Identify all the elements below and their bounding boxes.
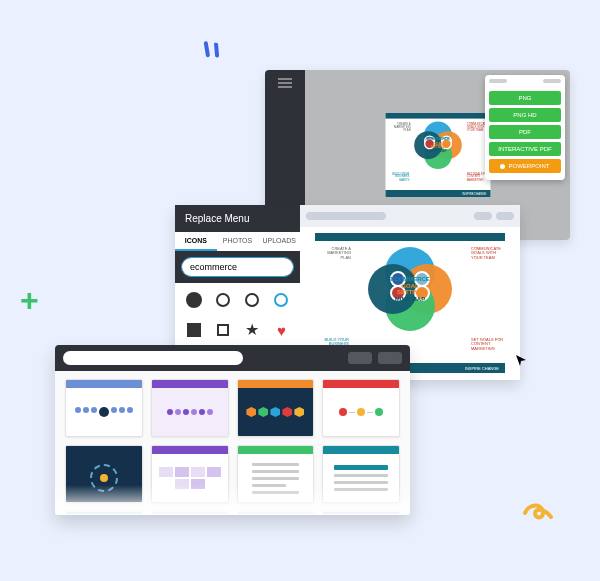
gallery-search-input[interactable]	[63, 351, 243, 365]
replace-menu-tabs: ICONS PHOTOS UPLOADS	[175, 232, 300, 251]
label-br: SET GOALS FOR CONTENT MARKETING	[471, 338, 505, 351]
tab-uploads[interactable]: UPLOADS	[258, 232, 300, 251]
label-bl: BUILD YOUR BUSINESS HABITS	[385, 172, 409, 181]
search-input[interactable]	[182, 258, 294, 276]
center-l1: ECOMMERCE	[385, 276, 435, 283]
decorative-plus-icon: +	[20, 282, 39, 319]
result-circle-filled[interactable]	[181, 287, 206, 313]
icon-search	[181, 257, 294, 277]
export-option-pdf[interactable]: PDF	[489, 125, 561, 139]
template-flow-red[interactable]	[322, 379, 400, 437]
result-heart[interactable]: ♥	[269, 317, 294, 343]
gallery-toolbar-btn-1[interactable]	[348, 352, 372, 364]
decorative-swirl-icon	[521, 499, 555, 531]
export-option-powerpoint[interactable]: POWERPOINT	[489, 159, 561, 173]
replace-menu-title: Replace Menu	[175, 205, 300, 232]
label-tr: COMMUNICATE GOALS WITH YOUR TEAM	[471, 247, 505, 260]
hamburger-icon[interactable]	[278, 78, 292, 88]
result-square-outline[interactable]	[210, 317, 235, 343]
tab-icons[interactable]: ICONS	[175, 232, 217, 251]
label-tl: CREATE A MARKETING PLAN	[317, 247, 351, 260]
template-gallery-window	[55, 345, 410, 515]
gallery-fade	[55, 485, 410, 515]
result-circle-outline-blue[interactable]	[269, 287, 294, 313]
template-project-purple[interactable]	[151, 379, 229, 437]
export-option-interactive-pdf[interactable]: INTERACTIVE PDF	[489, 142, 561, 156]
export-option-png[interactable]: PNG	[489, 91, 561, 105]
gallery-toolbar-btn-2[interactable]	[378, 352, 402, 364]
result-star[interactable]: ★	[240, 317, 265, 343]
infographic-preview: CREATE A MARKETING PLAN COMMUNICATE GOAL…	[385, 113, 490, 197]
center-l2: GOAL	[385, 282, 435, 289]
result-square-filled[interactable]	[181, 317, 206, 343]
svg-line-0	[203, 43, 211, 55]
decorative-lines-icon	[197, 40, 225, 71]
export-option-png-hd[interactable]: PNG HD	[489, 108, 561, 122]
template-mindmap-blue[interactable]	[65, 379, 143, 437]
svg-line-1	[213, 44, 220, 56]
canvas-toolbar	[300, 205, 520, 227]
cursor-icon	[515, 354, 528, 370]
center-l4: MIND MAP	[385, 296, 435, 303]
result-circle-outline-2[interactable]	[240, 287, 265, 313]
gallery-toolbar	[55, 345, 410, 371]
export-panel: PNG PNG HD PDF INTERACTIVE PDF POWERPOIN…	[485, 75, 565, 180]
template-honeycomb-dark[interactable]	[237, 379, 315, 437]
label-tl: CREATE A MARKETING PLAN	[386, 123, 410, 132]
result-circle-outline[interactable]	[210, 287, 235, 313]
center-l4: MIND MAP	[424, 149, 452, 153]
tab-photos[interactable]: PHOTOS	[217, 232, 259, 251]
infographic-footer: INSPIRE CHANGE	[385, 190, 490, 197]
center-l3: SETTING	[385, 289, 435, 296]
